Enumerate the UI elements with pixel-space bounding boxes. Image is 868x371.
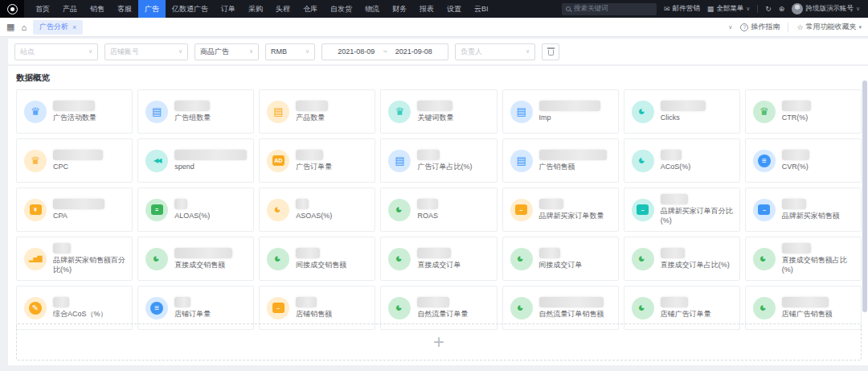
redacted-value [539,101,600,111]
chevron-down-icon: ∨ [178,48,182,55]
metric-card[interactable]: ◕直接成交销售额 [137,237,254,281]
metric-label: 广告销售额 [539,163,613,171]
search-input[interactable]: 搜索关键词 [562,3,657,15]
metric-label: CVR(%) [782,163,856,171]
nav-item[interactable]: 头程 [269,0,297,18]
metric-card[interactable]: ▂▅▇品牌新买家销售额百分比(%) [16,237,133,281]
favorites-button[interactable]: ☆ 常用功能收藏夹 ▾ [796,22,862,32]
apps-grid-icon[interactable]: ▦ [6,22,14,32]
nav-item[interactable]: 自发货 [324,0,358,18]
metric-card[interactable]: ▤广告订单占比(%) [380,138,497,183]
metric-label: 间接成交销售额 [296,261,370,270]
date-range-picker[interactable]: 2021-08-09 ~ 2021-09-08 [321,43,448,60]
nav-item[interactable]: 客服 [111,0,138,18]
nav-item[interactable]: 云BI [468,0,495,18]
currency-select[interactable]: RMB∨ [265,43,315,60]
metric-card[interactable]: ◀◀spend [137,138,254,183]
metric-card[interactable]: ▤广告组数量 [137,89,254,134]
metric-card[interactable]: ◕直接成交订单占比(%) [624,237,740,281]
chevron-down-icon: ∨ [746,6,750,12]
nav-item[interactable]: 仓库 [297,0,324,18]
close-icon[interactable]: × [72,23,76,31]
metric-card-grid: ♛广告活动数量▤广告组数量▤产品数量♛关键词数量▤Imp◕Clicks♛CTR(… [16,89,862,330]
chevron-down-icon: ∨ [88,48,92,55]
metric-card[interactable]: ◕直接成交销售额占比(%) [745,237,862,281]
app-logo[interactable] [0,0,24,18]
account-menu[interactable]: 跨境版演示账号 ∨ [792,3,860,14]
mail-icon: ✉ [664,5,670,13]
data-overview-panel: 数据概览 ♛广告活动数量▤广告组数量▤产品数量♛关键词数量▤Imp◕Clicks… [8,66,868,365]
metric-card[interactable]: ◕直接成交订单 [380,237,497,281]
metric-card[interactable]: ◕间接成交销售额 [259,237,375,281]
metric-card[interactable]: ♛广告活动数量 [16,89,133,134]
owner-select[interactable]: 负责人∨ [455,43,535,60]
chevron-down-icon: ∨ [305,48,309,55]
pie-icon: ◕ [510,248,533,270]
board-icon: ▤ [145,101,168,123]
nav-item[interactable]: 首页 [29,0,56,18]
all-menu-button[interactable]: ▦ 全部菜单 ∨ [707,4,751,14]
metric-card[interactable]: –品牌新买家销售额 [745,188,862,232]
metric-label: 产品数量 [296,113,370,122]
rewind-icon: ◀◀ [145,150,168,172]
metric-card[interactable]: ▤广告销售额 [502,138,619,183]
redacted-value [53,199,104,209]
metric-card[interactable]: ◕Clicks [624,89,740,134]
metric-label: 广告订单量 [296,163,370,171]
metric-card[interactable]: ▤Imp [502,89,619,134]
chevron-down-icon[interactable]: ∨ [728,24,732,31]
add-metric-card-button[interactable]: + [16,324,862,361]
guide-button[interactable]: ? 操作指南 [740,22,780,32]
metric-card[interactable]: ◕间接成交订单 [502,237,619,281]
nav-item[interactable]: 亿数通广告 [166,0,215,18]
nav-item[interactable]: 设置 [440,0,468,18]
nav-item[interactable]: 物流 [358,0,386,18]
clear-filters-button[interactable] [542,43,559,60]
board-icon: ▤ [388,150,411,172]
metric-label: 店铺订单量 [174,310,248,319]
metric-card[interactable]: ◕ROAS [380,188,497,232]
avatar [792,3,803,14]
nav-item[interactable]: 销售 [84,0,111,18]
metric-label: 广告组数量 [174,113,248,122]
metric-label: 品牌新买家销售额百分比(%) [53,256,127,274]
metric-card[interactable]: ◕ACoS(%) [624,138,740,183]
redacted-value [53,243,71,254]
divider [757,5,758,13]
ad-type-select[interactable]: 商品广告∨ [194,43,259,60]
site-select[interactable]: 站点∨ [14,43,98,60]
board-icon: ▤ [510,150,533,172]
metric-card[interactable]: ♛CPC [16,138,133,183]
board-icon: ▤ [510,101,533,123]
help-circle-icon[interactable]: ⊕ [779,5,785,13]
bag-icon: – [267,297,289,319]
metric-card[interactable]: ≡CVR(%) [745,138,862,183]
mail-marketing-button[interactable]: ✉ 邮件营销 [664,4,700,14]
nav-item[interactable]: 报表 [413,0,440,18]
home-icon[interactable]: ⌂ [21,23,27,32]
tab-ad-analysis[interactable]: 广告分析 × [33,20,83,35]
redacted-value [417,199,438,209]
vertical-scrollbar[interactable] [862,80,867,312]
nav-item[interactable]: 广告 [138,0,166,18]
account-name: 跨境版演示账号 [805,4,854,14]
store-account-select[interactable]: 店铺账号∨ [104,43,188,60]
divider [788,23,788,32]
metric-card[interactable]: ▤产品数量 [259,89,375,134]
metric-card[interactable]: =ALOAS(%) [137,188,254,232]
nav-item[interactable]: 采购 [242,0,269,18]
metric-label: spend [174,163,248,171]
search-placeholder: 搜索关键词 [574,4,608,14]
redacted-value [661,150,682,160]
metric-card[interactable]: –品牌新买家订单百分比(%) [624,188,740,232]
metric-card[interactable]: ¥CPA [16,188,133,232]
nav-item[interactable]: 订单 [215,0,242,18]
metric-card[interactable]: AD广告订单量 [259,138,375,183]
metric-card[interactable]: ♛CTR(%) [745,89,862,134]
metric-card[interactable]: ♛关键词数量 [380,89,497,134]
refresh-icon[interactable]: ↻ [765,5,772,13]
nav-item[interactable]: 财务 [386,0,413,18]
metric-card[interactable]: –品牌新买家订单数量 [502,188,619,232]
metric-card[interactable]: ◕ASOAS(%) [259,188,375,232]
nav-item[interactable]: 产品 [56,0,84,18]
